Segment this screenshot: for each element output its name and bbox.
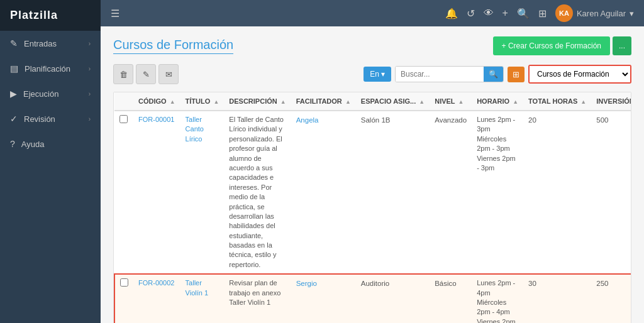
table-header: CÓDIGO ▲ TÍTULO ▲ DESCRIPCIÓN ▲ FACILITA… xyxy=(114,92,631,111)
row-facilitator: Angela xyxy=(291,111,356,274)
bell-icon[interactable]: 🔔 xyxy=(445,8,458,19)
row-facilitator: Sergio xyxy=(291,274,356,323)
sidebar-item-ayuda[interactable]: ? Ayuda xyxy=(0,131,101,156)
th-espacio: ESPACIO ASIG... ▲ xyxy=(356,92,430,111)
table-body: FOR-00001 Taller Canto Lírico El Taller … xyxy=(114,111,631,323)
th-checkbox xyxy=(114,92,133,111)
row-level: Avanzado xyxy=(430,111,472,274)
th-nivel: NIVEL ▲ xyxy=(430,92,472,111)
user-avatar: KA xyxy=(555,4,573,22)
email-toolbar-button[interactable]: ✉ xyxy=(158,64,179,84)
eye-icon[interactable]: 👁 xyxy=(484,8,494,19)
sidebar-label-revision: Revisión xyxy=(24,114,55,124)
courses-table: CÓDIGO ▲ TÍTULO ▲ DESCRIPCIÓN ▲ FACILITA… xyxy=(113,92,631,323)
code-link[interactable]: FOR-00001 xyxy=(138,116,174,123)
search-box: 🔍 xyxy=(395,66,504,82)
title-link[interactable]: Taller Violín 1 xyxy=(186,279,209,296)
row-investment: 250 xyxy=(591,274,631,323)
sidebar: Platzilla ✎ Entradas › ▤ Planificación ›… xyxy=(0,0,101,323)
sidebar-item-revision[interactable]: ✓ Revisión › xyxy=(0,106,101,131)
create-more-button[interactable]: ... xyxy=(613,36,631,55)
topbar-right: 🔔 ↺ 👁 + 🔍 ⊞ KA Karen Aguilar ▾ xyxy=(445,4,634,22)
sort-icon-2: ▲ xyxy=(213,99,219,105)
topbar: ☰ 🔔 ↺ 👁 + 🔍 ⊞ KA Karen Aguilar ▾ xyxy=(101,0,644,26)
facilitator-link[interactable]: Sergio xyxy=(296,280,317,287)
chevron-icon-3: › xyxy=(89,90,91,97)
apps-icon[interactable]: ⊞ xyxy=(538,8,547,19)
language-button[interactable]: En ▾ xyxy=(364,67,391,82)
row-checkbox-0[interactable] xyxy=(119,115,128,123)
sidebar-item-ejecucion[interactable]: ▶ Ejecución › xyxy=(0,81,101,106)
row-level: Básico xyxy=(430,274,472,323)
th-descripcion: DESCRIPCIÓN ▲ xyxy=(224,92,291,111)
page-header: Cursos de Formación + Crear Cursos de Fo… xyxy=(113,36,631,55)
sort-icon-6: ▲ xyxy=(458,99,464,105)
title-link[interactable]: Taller Canto Lírico xyxy=(186,116,204,143)
row-title: Taller Canto Lírico xyxy=(180,111,225,274)
table-row: FOR-00002 Taller Violín 1 Revisar plan d… xyxy=(114,274,631,323)
sidebar-label-ayuda: Ayuda xyxy=(21,140,45,149)
sort-icon-3: ▲ xyxy=(280,99,286,105)
table: CÓDIGO ▲ TÍTULO ▲ DESCRIPCIÓN ▲ FACILITA… xyxy=(114,92,631,323)
sidebar-label-entradas: Entradas xyxy=(24,39,57,48)
page-title: Cursos de Formación xyxy=(113,38,233,54)
sort-icon: ▲ xyxy=(170,99,175,105)
topbar-left: ☰ xyxy=(111,8,119,19)
row-hours: 30 xyxy=(523,274,591,323)
filter-icon: ⊞ xyxy=(513,70,519,79)
sidebar-item-entradas[interactable]: ✎ Entradas › xyxy=(0,31,101,56)
search-icon[interactable]: 🔍 xyxy=(517,8,530,19)
check-icon: ✓ xyxy=(10,114,18,124)
row-description: El Taller de Canto Lírico individual y p… xyxy=(224,111,291,274)
search-input[interactable] xyxy=(396,67,484,82)
filter-select-wrapper: Cursos de Formación xyxy=(528,65,631,84)
facilitator-link[interactable]: Angela xyxy=(296,116,319,124)
row-code: FOR-00002 xyxy=(133,274,180,323)
row-schedule: Lunes 2pm - 4pm Miércoles 2pm - 4pm Vier… xyxy=(472,274,523,323)
chevron-icon: › xyxy=(89,40,91,47)
create-course-button[interactable]: + Crear Cursos de Formación xyxy=(493,36,610,55)
row-schedule: Lunes 2pm - 3pm Miércoles 2pm - 3pm Vier… xyxy=(472,111,523,274)
hamburger-icon[interactable]: ☰ xyxy=(111,8,119,19)
sort-icon-7: ▲ xyxy=(513,99,518,105)
envelope-icon: ✉ xyxy=(165,70,172,79)
filter-button[interactable]: ⊞ xyxy=(508,67,525,82)
pencil-icon: ✎ xyxy=(143,70,150,79)
row-checkbox-1[interactable] xyxy=(120,278,128,287)
help-icon: ? xyxy=(10,139,15,149)
th-horas: TOTAL HORAS ▲ xyxy=(523,92,591,111)
toolbar-search-area: En ▾ 🔍 ⊞ Cursos de Formación xyxy=(364,65,631,84)
chevron-icon-4: › xyxy=(89,116,91,123)
th-titulo: TÍTULO ▲ xyxy=(180,92,225,111)
edit-toolbar-button[interactable]: ✎ xyxy=(136,64,156,84)
row-space: Salón 1B xyxy=(356,111,430,274)
row-title: Taller Violín 1 xyxy=(180,274,225,323)
lang-chevron: ▾ xyxy=(381,70,385,79)
filter-select[interactable]: Cursos de Formación xyxy=(530,66,630,82)
th-facilitador: FACILITADOR ▲ xyxy=(291,92,356,111)
sidebar-label-ejecucion: Ejecución xyxy=(23,89,58,99)
th-horario: HORARIO ▲ xyxy=(472,92,523,111)
row-space: Auditorio xyxy=(356,274,430,323)
user-name: Karen Aguilar xyxy=(577,9,626,18)
delete-toolbar-button[interactable]: 🗑 xyxy=(113,64,133,84)
search-submit-button[interactable]: 🔍 xyxy=(484,67,503,82)
toolbar: 🗑 ✎ ✉ En ▾ 🔍 xyxy=(113,64,631,84)
sidebar-item-planificacion[interactable]: ▤ Planificación › xyxy=(0,56,101,81)
plan-icon: ▤ xyxy=(10,63,18,74)
row-investment: 500 xyxy=(591,111,631,274)
plus-icon[interactable]: + xyxy=(502,8,508,19)
sort-icon-8: ▲ xyxy=(580,99,586,105)
sidebar-logo: Platzilla xyxy=(0,0,101,31)
th-codigo: CÓDIGO ▲ xyxy=(133,92,180,111)
sort-icon-4: ▲ xyxy=(345,99,351,105)
code-link[interactable]: FOR-00002 xyxy=(138,279,174,287)
edit-icon: ✎ xyxy=(10,38,18,48)
row-description: Revisar plan de trabajo en anexo Taller … xyxy=(224,274,291,323)
refresh-icon[interactable]: ↺ xyxy=(467,8,475,19)
row-hours: 20 xyxy=(523,111,591,274)
row-checkbox-cell xyxy=(114,111,133,274)
sidebar-label-planificacion: Planificación xyxy=(25,64,70,74)
row-code: FOR-00001 xyxy=(133,111,180,274)
sort-icon-5: ▲ xyxy=(419,99,425,105)
